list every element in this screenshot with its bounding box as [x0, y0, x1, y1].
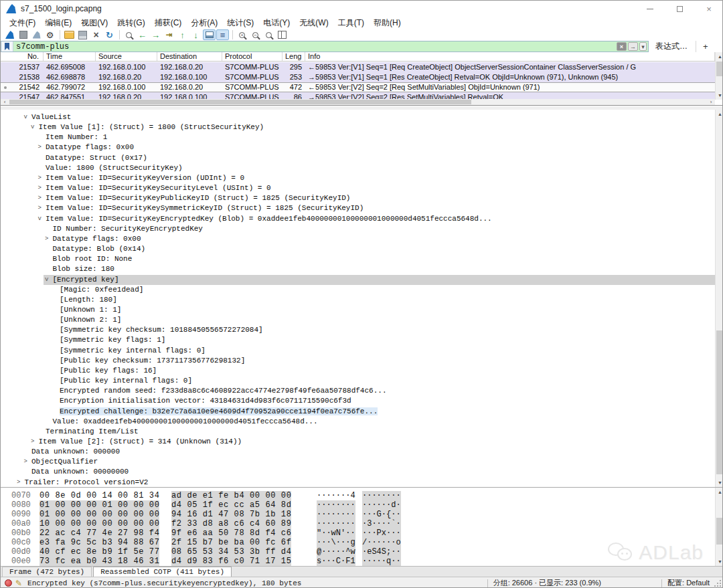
menu-item-c[interactable]: 捕获(C) [150, 17, 187, 29]
tree-row[interactable]: Data unknown: 000000 [1, 447, 715, 457]
hex-row[interactable]: 00a010 00 00 00 00 00 00 00f2 33 d8 a8 c… [1, 519, 715, 528]
colorize-icon[interactable] [216, 29, 229, 40]
tree-row[interactable]: Value: 0xaddee1feb4000000010000000100000… [1, 417, 715, 427]
save-file-icon[interactable] [76, 29, 89, 40]
packet-list-hscrollbar[interactable]: ‹ › [1, 99, 715, 105]
menu-item-h[interactable]: 帮助(H) [369, 17, 406, 29]
display-filter-input[interactable]: s7comm-plus × → ▾ [1, 41, 649, 52]
expand-arrow-icon[interactable]: > [24, 457, 27, 467]
tree-row[interactable]: [Symmetric key checksum: 101884505565722… [1, 325, 715, 335]
filter-dropdown-icon[interactable]: ▾ [639, 42, 647, 51]
packet-list-vscrollbar[interactable]: ▲ ▼ [715, 52, 723, 100]
resize-columns-icon[interactable] [276, 29, 289, 40]
hex-row[interactable]: 009001 00 00 00 00 00 00 0094 16 d1 47 0… [1, 510, 715, 519]
start-capture-icon[interactable] [3, 29, 16, 40]
close-file-icon[interactable] [90, 29, 102, 40]
tree-row[interactable]: >Item Value: ID=SecurityKeyVersion (UDIn… [1, 173, 715, 183]
tree-row[interactable]: Encryption initialisation vector: 431846… [1, 396, 715, 406]
menu-item-a[interactable]: 分析(A) [186, 17, 222, 29]
find-packet-icon[interactable] [123, 29, 135, 40]
tree-row[interactable]: >Datatype flags: 0x00 [1, 234, 715, 244]
tree-row-selected[interactable]: v[Encrypted key] [1, 275, 715, 285]
detail-vscrollbar[interactable]: ▲ ▼ [715, 110, 723, 487]
close-icon[interactable]: × [694, 1, 723, 17]
expand-arrow-icon[interactable]: > [45, 234, 48, 244]
tree-row[interactable]: Data unknown: 00000000 [1, 467, 715, 477]
go-back-icon[interactable]: ← [136, 29, 149, 40]
scroll-down-icon[interactable]: ▼ [716, 478, 723, 487]
scroll-up-icon[interactable]: ▲ [716, 110, 723, 118]
menu-item-g[interactable]: 跳转(G) [112, 17, 149, 29]
tree-row[interactable]: vValueList [1, 112, 715, 122]
expand-arrow-icon[interactable]: > [38, 203, 42, 213]
column-header-info[interactable]: Info [305, 52, 715, 61]
hex-row[interactable]: 007000 8e 0d 00 14 00 81 34ad de e1 fe b… [1, 491, 715, 500]
expand-arrow-icon[interactable]: > [38, 193, 42, 203]
auto-scroll-icon[interactable] [203, 29, 216, 40]
tree-row[interactable]: [Magic: 0xfee1dead] [1, 285, 715, 295]
zoom-reset-icon[interactable] [262, 29, 275, 40]
tree-row[interactable]: >Datatype flags: 0x00 [1, 142, 715, 153]
scroll-thumb[interactable] [9, 100, 471, 104]
tree-row[interactable]: [Public key internal flags: 0] [1, 376, 715, 386]
scroll-thumb[interactable] [716, 518, 723, 545]
tree-row[interactable]: >Item Value [2]: (Struct) = 314 (Unknown… [1, 437, 715, 447]
menu-item-e[interactable]: 编辑(E) [40, 17, 76, 29]
collapse-arrow-icon[interactable]: v [31, 122, 34, 132]
scroll-down-icon[interactable]: ▼ [716, 557, 723, 566]
column-header-no[interactable]: No. [1, 52, 44, 61]
tree-row[interactable]: [Unknown 2: 1] [1, 315, 715, 325]
menu-item-s[interactable]: 统计(S) [222, 17, 258, 29]
expand-arrow-icon[interactable]: > [31, 437, 34, 447]
menu-item-f[interactable]: 文件(F) [5, 17, 40, 29]
apply-filter-icon[interactable]: → [628, 42, 638, 51]
collapse-arrow-icon[interactable]: v [45, 275, 48, 285]
tree-row[interactable]: [Length: 180] [1, 295, 715, 305]
tree-row[interactable]: [Symmetric key internal flags: 0] [1, 346, 715, 356]
column-header-source[interactable]: Source [96, 52, 157, 61]
bytes-tab-inactive[interactable]: Frame (472 bytes) [2, 567, 92, 577]
restart-capture-icon[interactable] [30, 29, 43, 40]
expand-arrow-icon[interactable]: > [38, 173, 42, 183]
bytes-vscrollbar[interactable]: ▲ ▼ [715, 488, 723, 566]
tree-row[interactable]: >Item Value: ID=SecurityKeySecurityLevel… [1, 183, 715, 193]
tree-row[interactable]: vItem Value [1]: (Struct) = 1800 (Struct… [1, 122, 715, 132]
resize-grip[interactable] [714, 579, 722, 587]
tree-row[interactable]: [Public key checksum: 173711735677629813… [1, 356, 715, 366]
expand-arrow-icon[interactable]: > [38, 142, 42, 153]
tree-row[interactable]: Encrypted random seed: f233d8a8c6c460892… [1, 386, 715, 396]
scroll-thumb[interactable] [716, 62, 723, 76]
expression-button[interactable]: 表达式… [649, 41, 694, 52]
profile-info[interactable]: 配置: Default [667, 578, 710, 588]
tree-row[interactable]: [Public key flags: 16] [1, 366, 715, 376]
column-header-leng[interactable]: Leng [283, 52, 305, 61]
go-forward-icon[interactable]: → [149, 29, 162, 40]
bytes-tab-active[interactable]: Reassembled COTP (411 bytes) [93, 567, 232, 577]
tree-row[interactable]: Terminating Item/List [1, 427, 715, 437]
column-header-protocol[interactable]: Protocol [222, 52, 283, 61]
collapse-arrow-icon[interactable]: v [38, 214, 42, 224]
scroll-up-icon[interactable]: ▲ [716, 52, 723, 61]
tree-row[interactable]: vItem Value: ID=SecurityKeyEncryptedKey … [1, 214, 715, 224]
tree-row[interactable]: ID Number: SecurityKeyEncryptedKey [1, 224, 715, 234]
add-filter-button[interactable]: + [696, 41, 715, 52]
tree-row[interactable]: >Item Value: ID=SecurityKeyPublicKeyID (… [1, 193, 715, 203]
expand-arrow-icon[interactable]: > [38, 183, 42, 193]
scroll-right-icon[interactable]: › [707, 99, 715, 105]
maximize-icon[interactable] [665, 1, 694, 17]
packet-row[interactable]: 21538462.698878192.168.0.20192.168.0.100… [1, 72, 715, 82]
tree-row[interactable]: Blob size: 180 [1, 264, 715, 274]
tree-row[interactable]: Datatype: Blob (0x14) [1, 244, 715, 254]
collapse-arrow-icon[interactable]: v [24, 112, 27, 122]
zoom-out-icon[interactable]: − [249, 29, 262, 40]
menu-item-y[interactable]: 电话(Y) [258, 17, 295, 29]
capture-options-icon[interactable] [44, 29, 56, 40]
menu-item-v[interactable]: 视图(V) [76, 17, 112, 29]
capture-comment-icon[interactable]: ✎ [15, 579, 22, 588]
minimize-icon[interactable] [635, 1, 665, 17]
expand-arrow-icon[interactable]: > [17, 478, 20, 487]
go-last-icon[interactable]: ↓ [189, 29, 202, 40]
open-file-icon[interactable] [63, 29, 76, 40]
tree-row[interactable]: [Symmetric key flags: 1] [1, 335, 715, 345]
title-bar[interactable]: s7_1500_login.pcapng × [1, 1, 723, 17]
